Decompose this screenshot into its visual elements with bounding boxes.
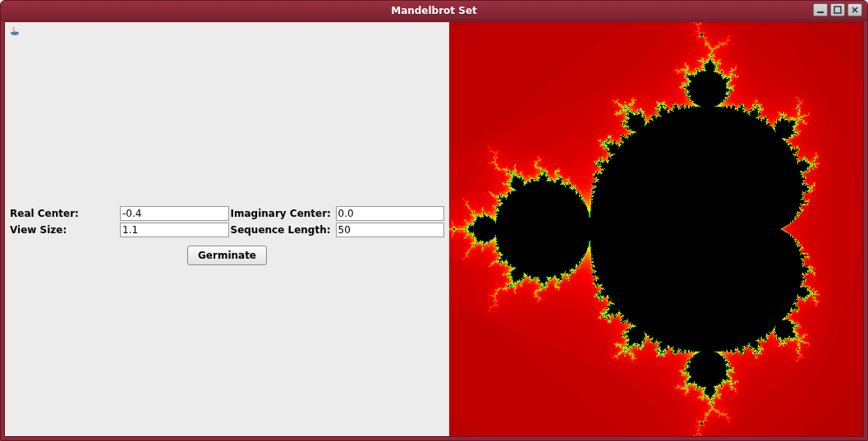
parameter-form: Real Center: Imaginary Center: View Size…	[10, 206, 444, 237]
sequence-length-label: Sequence Length:	[231, 224, 334, 236]
maximize-button[interactable]	[830, 3, 845, 16]
java-icon	[8, 25, 21, 39]
real-center-input[interactable]	[120, 206, 229, 221]
mandelbrot-canvas[interactable]	[449, 22, 863, 436]
close-button[interactable]	[847, 3, 862, 16]
germinate-button[interactable]: Germinate	[187, 246, 267, 265]
controls-pane: Real Center: Imaginary Center: View Size…	[5, 22, 449, 436]
client-area: Real Center: Imaginary Center: View Size…	[4, 21, 864, 437]
real-center-label: Real Center:	[10, 208, 118, 219]
window-root: Mandelbrot Set	[0, 0, 868, 441]
svg-rect-1	[834, 7, 841, 13]
minimize-icon	[816, 6, 824, 14]
view-size-label: View Size:	[10, 224, 118, 236]
imaginary-center-label: Imaginary Center:	[231, 208, 334, 219]
maximize-icon	[834, 6, 842, 14]
window-controls	[813, 3, 862, 16]
imaginary-center-input[interactable]	[336, 206, 445, 221]
render-pane	[449, 22, 863, 436]
close-icon	[851, 6, 859, 14]
minimize-button[interactable]	[813, 3, 828, 16]
sequence-length-input[interactable]	[336, 223, 445, 237]
svg-rect-0	[817, 11, 824, 13]
titlebar[interactable]: Mandelbrot Set	[1, 1, 867, 21]
view-size-input[interactable]	[120, 223, 229, 237]
action-row: Germinate	[5, 246, 449, 265]
window-title: Mandelbrot Set	[391, 5, 477, 16]
